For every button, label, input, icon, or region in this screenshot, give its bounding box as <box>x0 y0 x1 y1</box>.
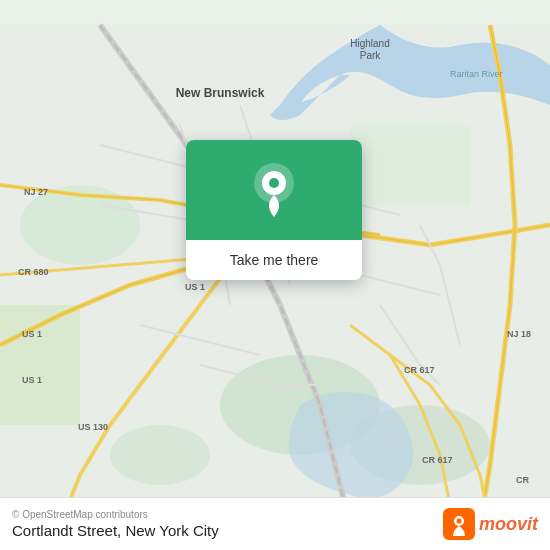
svg-text:Park: Park <box>360 50 382 61</box>
moovit-logo: moovit <box>443 508 538 540</box>
svg-text:Raritan River: Raritan River <box>450 69 503 79</box>
popup-card: Take me there <box>186 140 362 280</box>
svg-point-23 <box>269 178 279 188</box>
svg-text:CR: CR <box>516 475 529 485</box>
svg-text:US 130: US 130 <box>78 422 108 432</box>
location-title: Cortlandt Street, New York City <box>12 522 219 539</box>
svg-text:US 1: US 1 <box>22 329 42 339</box>
svg-text:New Brunswick: New Brunswick <box>176 86 265 100</box>
bottom-left-info: © OpenStreetMap contributors Cortlandt S… <box>12 509 219 539</box>
moovit-text: moovit <box>479 514 538 535</box>
svg-text:CR 617: CR 617 <box>422 455 453 465</box>
svg-text:Highland: Highland <box>350 38 389 49</box>
popup-green-area <box>186 140 362 240</box>
bottom-bar: © OpenStreetMap contributors Cortlandt S… <box>0 497 550 550</box>
svg-rect-5 <box>350 125 470 205</box>
svg-text:US 1: US 1 <box>22 375 42 385</box>
take-me-there-button[interactable]: Take me there <box>186 240 362 280</box>
svg-text:CR 617: CR 617 <box>404 365 435 375</box>
svg-point-6 <box>110 425 210 485</box>
svg-text:NJ 18: NJ 18 <box>507 329 531 339</box>
svg-text:US 1: US 1 <box>185 282 205 292</box>
location-pin-icon <box>249 161 299 219</box>
map-container: NJ 27 CR 680 US 1 US 1 US 1 US 130 NJ 18… <box>0 0 550 550</box>
svg-text:NJ 27: NJ 27 <box>24 187 48 197</box>
svg-text:CR 680: CR 680 <box>18 267 49 277</box>
svg-point-26 <box>456 519 461 524</box>
attribution-text: © OpenStreetMap contributors <box>12 509 219 520</box>
moovit-icon <box>443 508 475 540</box>
